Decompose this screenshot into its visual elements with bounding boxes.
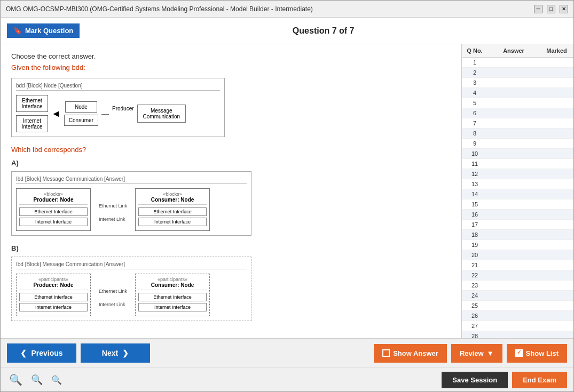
ibd-b-consumer-name: Consumer: Node	[138, 282, 207, 290]
sidebar-row[interactable]: 3	[462, 78, 573, 88]
ibd-b-consumer-node: «participants» Consumer: Node Ethernet I…	[135, 274, 210, 316]
sidebar-row[interactable]: 16	[462, 210, 573, 220]
sidebar-marked-cell	[542, 161, 571, 167]
sidebar-marked-cell	[542, 333, 571, 338]
review-label: Review	[460, 349, 484, 357]
sidebar-row[interactable]: 26	[462, 311, 573, 321]
sidebar-row[interactable]: 11	[462, 159, 573, 169]
ibd-b-diagram: Ibd [Block] Message Communication [Answe…	[11, 257, 251, 321]
next-button[interactable]: Next ❯	[81, 343, 150, 363]
sidebar-list: 1 2 3 4 5 6 7 8	[462, 58, 573, 338]
sidebar-qno-cell: 4	[464, 90, 485, 96]
sidebar-row[interactable]: 20	[462, 250, 573, 260]
sidebar-row[interactable]: 21	[462, 260, 573, 270]
ibd-a-producer-node: «blocks» Producer: Node Ethernet Interfa…	[16, 188, 91, 231]
review-button[interactable]: Review ▼	[451, 344, 502, 363]
sidebar-answer-cell	[485, 292, 542, 299]
sidebar-row[interactable]: 9	[462, 139, 573, 149]
sidebar-row[interactable]: 5	[462, 98, 573, 108]
sidebar-row[interactable]: 2	[462, 68, 573, 78]
sidebar-row[interactable]: 24	[462, 291, 573, 301]
sidebar-row[interactable]: 19	[462, 240, 573, 250]
maximize-button[interactable]: □	[547, 5, 555, 13]
ibd-b-consumer-ethernet: Ethernet Interface	[138, 293, 207, 301]
sidebar-answer-cell	[485, 302, 542, 309]
zoom-reset-button[interactable]: 🔍	[29, 373, 45, 387]
sidebar-marked-cell	[542, 231, 571, 238]
sidebar-answer-cell	[485, 262, 542, 268]
sidebar-marked-cell	[542, 79, 571, 86]
sidebar-row[interactable]: 12	[462, 169, 573, 179]
given-text: Given the following bdd:	[11, 63, 451, 71]
sidebar-answer-cell	[485, 150, 542, 157]
mark-question-button[interactable]: 🔖 Mark Question	[7, 23, 80, 38]
sidebar-row[interactable]: 10	[462, 149, 573, 159]
show-answer-button[interactable]: Show Answer	[374, 344, 447, 363]
save-session-button[interactable]: Save Session	[442, 372, 508, 388]
sidebar-row[interactable]: 1	[462, 58, 573, 68]
previous-label: Previous	[31, 349, 62, 357]
prev-arrow-icon: ❮	[20, 349, 27, 357]
ibd-a-diagram: Ibd [Block] Message Communication [Answe…	[11, 171, 251, 236]
sidebar-row[interactable]: 14	[462, 189, 573, 199]
ibd-b-internet-sub: Internet Interface	[19, 303, 88, 311]
ibd-a-ethernet-link: Ethernet Link	[99, 203, 127, 209]
show-list-button[interactable]: ✓ Show List	[507, 344, 567, 363]
message-block: MessageCommunication	[137, 105, 186, 123]
ibd-b-ethernet-sub: Ethernet Interface	[19, 293, 88, 301]
sidebar-marked-cell	[542, 313, 571, 319]
sidebar-row[interactable]: 15	[462, 199, 573, 210]
sidebar-row[interactable]: 18	[462, 230, 573, 240]
sidebar-marked-cell	[542, 171, 571, 177]
sidebar-row[interactable]: 4	[462, 88, 573, 98]
sidebar-row[interactable]: 23	[462, 281, 573, 291]
zoom-in-button[interactable]: 🔍	[7, 372, 25, 387]
sidebar-row[interactable]: 7	[462, 118, 573, 129]
close-button[interactable]: ✕	[560, 5, 568, 13]
sidebar-row[interactable]: 17	[462, 220, 573, 230]
sidebar-qno-cell: 27	[464, 323, 485, 329]
bdd-diagram: bdd [Block] Node [Question] EthernetInte…	[11, 78, 225, 137]
sidebar-answer-cell	[485, 313, 542, 319]
ibd-a-title: Ibd [Block] Message Communication [Answe…	[16, 176, 247, 184]
ethernet-block: EthernetInterface	[16, 95, 48, 112]
bdd-content: EthernetInterface InternetInterface ◄ No…	[16, 95, 220, 132]
sidebar-qno-cell: 12	[464, 171, 485, 177]
ibd-a-links: Ethernet Link Internet Link	[99, 188, 127, 226]
previous-button[interactable]: ❮ Previous	[7, 343, 76, 363]
sidebar-answer-cell	[485, 333, 542, 338]
window-controls: ─ □ ✕	[534, 5, 568, 13]
producer-label: Producer	[112, 106, 134, 111]
ibd-b-producer-label: «participants»	[19, 277, 88, 282]
sidebar-row[interactable]: 28	[462, 331, 573, 338]
sidebar-marked-cell	[542, 150, 571, 157]
question-area: Choose the correct answer. Given the fol…	[1, 44, 461, 338]
sidebar-marked-cell	[542, 181, 571, 187]
sidebar-row[interactable]: 13	[462, 179, 573, 189]
sidebar-row[interactable]: 22	[462, 270, 573, 281]
sidebar-qno-cell: 26	[464, 313, 485, 319]
minimize-button[interactable]: ─	[534, 5, 542, 13]
ibd-b-consumer-internet: Internet Interface	[138, 303, 207, 311]
zoom-out-button[interactable]: 🔍	[49, 374, 64, 386]
sidebar-marked-cell	[542, 69, 571, 76]
end-exam-button[interactable]: End Exam	[512, 372, 567, 388]
sidebar-row[interactable]: 6	[462, 108, 573, 118]
sidebar-marked-cell	[542, 100, 571, 106]
review-arrow-icon: ▼	[487, 349, 494, 357]
sidebar-answer-cell	[485, 110, 542, 116]
show-list-checkbox-icon: ✓	[515, 349, 523, 357]
save-session-label: Save Session	[452, 376, 497, 384]
sidebar-answer-cell	[485, 161, 542, 167]
sidebar-qno-cell: 15	[464, 201, 485, 207]
sidebar-row[interactable]: 8	[462, 129, 573, 139]
sidebar-qno-cell: 13	[464, 181, 485, 187]
sidebar-qno-cell: 23	[464, 282, 485, 289]
sidebar-row[interactable]: 27	[462, 321, 573, 331]
app-window: OMG OMG-OCSMP-MBI300 (OMG-Certified Syst…	[0, 0, 574, 392]
sidebar-marked-cell	[542, 191, 571, 197]
sidebar-answer-cell	[485, 140, 542, 147]
sidebar-row[interactable]: 25	[462, 301, 573, 311]
ibd-b-title: Ibd [Block] Message Communication [Answe…	[16, 261, 247, 269]
sidebar-answer-cell	[485, 120, 542, 126]
